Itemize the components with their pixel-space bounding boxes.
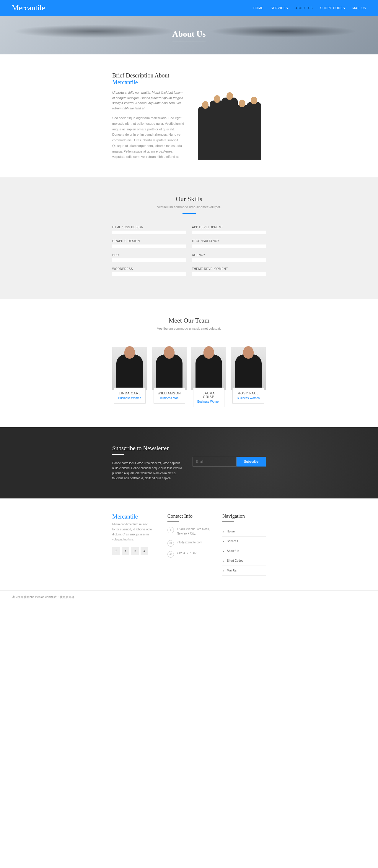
skill-label: AGENCY bbox=[192, 253, 266, 257]
skills-section: Our Skills Vestibulum commodo urna sit a… bbox=[0, 177, 378, 299]
team-name: LAURA CRISP bbox=[197, 392, 221, 399]
instagram-icon[interactable]: ◈ bbox=[141, 547, 148, 555]
skill-bar bbox=[192, 258, 266, 262]
team-title: Meet Our Team bbox=[112, 317, 266, 324]
skill-bar bbox=[112, 230, 186, 234]
about-heading: Brief Description About Mercantile bbox=[112, 72, 184, 86]
skill-item: SEO bbox=[112, 253, 186, 262]
skills-title: Our Skills bbox=[112, 195, 266, 203]
team-photo bbox=[192, 347, 227, 390]
team-photo bbox=[231, 347, 266, 390]
team-sub: Vestibulum commodo urna sit amet volutpa… bbox=[112, 327, 266, 330]
skill-item: GRAPHIC DESIGN bbox=[112, 240, 186, 248]
footer-brand-text: Etiam condimentum mi nec tortor euismod,… bbox=[112, 522, 156, 542]
subscribe-text: Donec porta lacus vitae urna placerat, v… bbox=[112, 461, 184, 481]
skill-item: HTML / CSS DESIGN bbox=[112, 225, 186, 234]
page-title: About Us bbox=[172, 29, 206, 41]
contact-email[interactable]: info@example.com bbox=[177, 540, 202, 545]
skill-label: HTML / CSS DESIGN bbox=[112, 225, 186, 229]
skill-bar bbox=[192, 272, 266, 276]
nav-home[interactable]: HOME bbox=[253, 6, 264, 10]
team-section: Meet Our Team Vestibulum commodo urna si… bbox=[0, 299, 378, 427]
skills-sub: Vestibulum commodo urna sit amet volutpa… bbox=[112, 205, 266, 209]
skill-bar bbox=[112, 258, 186, 262]
phone-icon: ✆ bbox=[167, 551, 174, 558]
team-role: Business Women bbox=[197, 400, 221, 403]
team-card[interactable]: LINDA CARLBusiness Women bbox=[112, 347, 147, 409]
footer-brand: Mercantile bbox=[112, 513, 156, 520]
email-input[interactable] bbox=[193, 457, 237, 467]
footer-nav-link[interactable]: Home bbox=[222, 527, 266, 536]
skill-label: IT CONSULTANCY bbox=[192, 240, 266, 243]
skill-label: SEO bbox=[112, 253, 186, 257]
team-card[interactable]: WILLIAMSONBusiness Man bbox=[152, 347, 187, 409]
team-card[interactable]: LAURA CRISPBusiness Women bbox=[192, 347, 227, 409]
skill-label: GRAPHIC DESIGN bbox=[112, 240, 186, 243]
footer-nav-link[interactable]: Services bbox=[222, 536, 266, 546]
team-photo bbox=[112, 347, 147, 390]
subscribe-section: Subscribe to Newsletter Donec porta lacu… bbox=[0, 427, 378, 498]
banner: About Us bbox=[0, 16, 378, 54]
main-nav: HOME SERVICES ABOUT US SHORT CODES MAIL … bbox=[253, 6, 366, 10]
subscribe-button[interactable]: Subscribe bbox=[237, 457, 266, 467]
mail-icon: ✉ bbox=[167, 540, 174, 547]
team-name: ROSY PAUL bbox=[236, 392, 260, 395]
facebook-icon[interactable]: f bbox=[112, 547, 120, 555]
skill-bar bbox=[112, 245, 186, 248]
about-intro: Ut porta at felis non mattis. Morbi tinc… bbox=[112, 90, 184, 111]
nav-about[interactable]: ABOUT US bbox=[295, 6, 313, 10]
team-card[interactable]: ROSY PAULBusiness Women bbox=[231, 347, 266, 409]
skill-item: THEME DEVELOPMENT bbox=[192, 267, 266, 276]
team-role: Business Women bbox=[236, 397, 260, 400]
nav-services[interactable]: SERVICES bbox=[271, 6, 288, 10]
skill-label: WORDPRESS bbox=[112, 267, 186, 271]
nav-codes[interactable]: SHORT CODES bbox=[320, 6, 345, 10]
footer: Mercantile Etiam condimentum mi nec tort… bbox=[0, 498, 378, 590]
footer-nav-link[interactable]: About Us bbox=[222, 546, 266, 556]
team-role: Business Man bbox=[158, 397, 181, 400]
skill-label: THEME DEVELOPMENT bbox=[192, 267, 266, 271]
footer-nav-link[interactable]: Mail Us bbox=[222, 566, 266, 576]
navigation-title: Navigation bbox=[222, 513, 266, 519]
location-icon: ⎈ bbox=[167, 527, 174, 533]
skill-item: IT CONSULTANCY bbox=[192, 240, 266, 248]
contact-address: 1234k Avenue, 4th block, New York City. bbox=[177, 527, 211, 536]
bottom-bar: 访问面马社区bbs.xieniao.com免费下载更多内容 bbox=[0, 590, 378, 604]
skill-bar bbox=[192, 245, 266, 248]
skill-item: AGENCY bbox=[192, 253, 266, 262]
nav-mail[interactable]: MAIL US bbox=[352, 6, 366, 10]
team-name: LINDA CARL bbox=[118, 392, 142, 395]
skill-bar bbox=[192, 230, 266, 234]
about-section: Brief Description About Mercantile Ut po… bbox=[0, 54, 378, 177]
about-para: Sed scelerisque dignissim malesuada. Sed… bbox=[112, 115, 184, 160]
footer-nav-link[interactable]: Short Codes bbox=[222, 556, 266, 566]
skill-label: APP DEVELOPMENT bbox=[192, 225, 266, 229]
twitter-icon[interactable]: ✦ bbox=[122, 547, 129, 555]
team-name: WILLIAMSON bbox=[158, 392, 181, 395]
contact-title: Contact Info bbox=[167, 513, 211, 519]
skill-item: APP DEVELOPMENT bbox=[192, 225, 266, 234]
skill-item: WORDPRESS bbox=[112, 267, 186, 276]
header: Mercantile HOME SERVICES ABOUT US SHORT … bbox=[0, 0, 378, 16]
team-photo bbox=[152, 347, 187, 390]
linkedin-icon[interactable]: in bbox=[131, 547, 139, 555]
skill-bar bbox=[112, 272, 186, 276]
logo[interactable]: Mercantile bbox=[12, 4, 45, 12]
team-role: Business Women bbox=[118, 397, 142, 400]
contact-phone: +1234 567 567 bbox=[177, 551, 197, 556]
about-image bbox=[194, 72, 266, 160]
subscribe-title: Subscribe to Newsletter bbox=[112, 445, 184, 452]
